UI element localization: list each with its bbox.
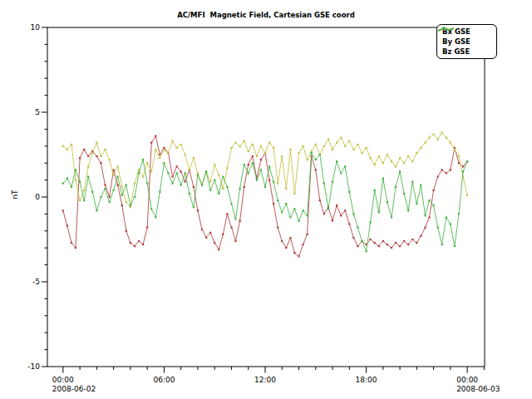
bz-line-sample-icon [437,25,456,33]
legend-label-by: By GSE [442,37,470,46]
x-tick-label: 00:00 [456,376,478,384]
plot-canvas: AC/MFI Magnetic Field, Cartesian GSE coo… [0,0,532,399]
y-tick-label: 10 [31,23,41,32]
legend: Bx GSE By GSE Bz GSE [436,24,497,59]
y-tick-label: 5 [35,108,40,116]
y-tick-label: 0 [35,193,40,201]
legend-item-by: By GSE [441,37,494,47]
legend-item-bz: Bz GSE [441,47,494,57]
series-by-markers [62,131,469,208]
y-tick-label: -10 [27,362,40,371]
x-date-label: 2008-06-03 [456,385,500,393]
x-tick-label: 06:00 [153,376,175,384]
x-tick-label: 00:00 [52,376,74,384]
legend-label-bz: Bz GSE [442,47,470,56]
chart-svg: 1050-5-1000:002008-06-0206:0012:0018:000… [0,0,532,399]
x-tick-label: 18:00 [356,376,377,384]
x-date-label: 2008-06-02 [52,385,96,393]
x-tick-label: 12:00 [254,376,276,384]
series-bx-line [63,136,467,257]
y-tick-label: -5 [32,278,40,286]
series-by-line [63,133,467,208]
plot-frame [47,27,485,367]
series-bz-markers [62,152,469,253]
series-bz-line [63,153,467,251]
